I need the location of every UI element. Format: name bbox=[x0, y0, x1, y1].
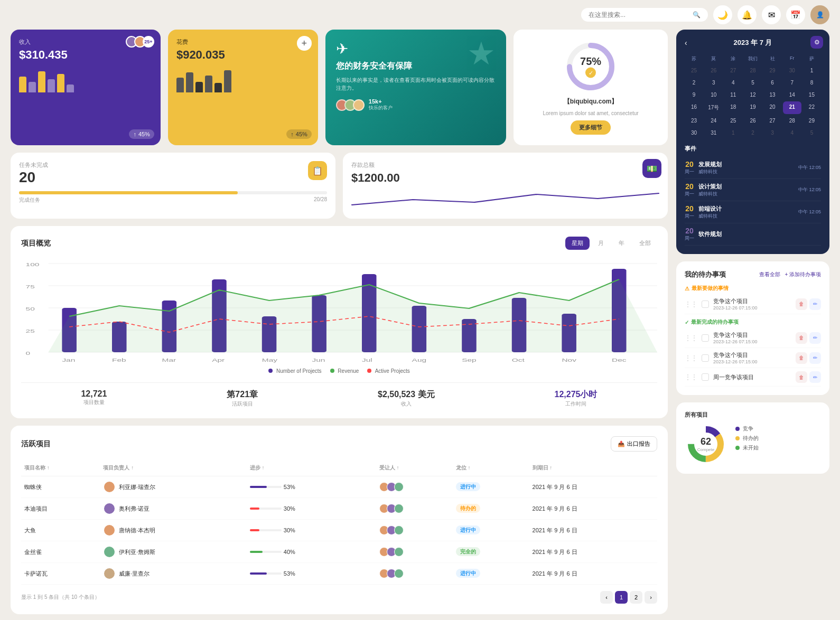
calendar-prev-button[interactable]: ‹ bbox=[685, 39, 687, 47]
cal-day-7[interactable]: 7 bbox=[783, 77, 801, 88]
cal-day-8[interactable]: 8 bbox=[802, 77, 821, 88]
circle-progress-wrap: 75% ✓ bbox=[564, 40, 617, 93]
todo-delete-2[interactable]: 🗑 bbox=[796, 332, 807, 344]
cal-day-18[interactable]: 18 bbox=[724, 101, 742, 114]
row-name: 大鱼 bbox=[21, 520, 100, 541]
cal-day-10[interactable]: 10 bbox=[704, 89, 723, 100]
drag-handle-4[interactable]: ⋮⋮ bbox=[685, 373, 697, 381]
todo-delete-1[interactable]: 🗑 bbox=[796, 298, 807, 310]
cal-day-2[interactable]: 2 bbox=[685, 77, 703, 88]
cal-day-24[interactable]: 24 bbox=[704, 115, 723, 126]
events-label: 事件 bbox=[685, 145, 821, 153]
todo-edit-1[interactable]: ✏ bbox=[809, 298, 821, 310]
user-avatar[interactable]: 👤 bbox=[810, 5, 829, 24]
legend-dot-revenue bbox=[330, 369, 334, 373]
project-chart-area: 100 75 50 25 0 bbox=[21, 258, 657, 364]
tab-year[interactable]: 年 bbox=[612, 237, 631, 250]
cal-day-22[interactable]: 22 bbox=[802, 101, 821, 114]
todo-edit-3[interactable]: ✏ bbox=[809, 352, 821, 364]
cal-day-prev-28[interactable]: 28 bbox=[743, 65, 762, 76]
cal-day-28[interactable]: 28 bbox=[783, 115, 801, 126]
page-1-button[interactable]: 1 bbox=[615, 591, 628, 604]
cal-day-17[interactable]: 17号 bbox=[704, 101, 723, 114]
cal-day-4[interactable]: 4 bbox=[724, 77, 742, 88]
expense-label: 花费 bbox=[176, 38, 310, 46]
progress-bar bbox=[250, 572, 282, 575]
cal-day-next-3[interactable]: 3 bbox=[763, 127, 782, 138]
event-4: 20 周一 软件规划 bbox=[685, 223, 821, 246]
cal-day-13[interactable]: 13 bbox=[763, 89, 782, 100]
todo-actions-3: 🗑 ✏ bbox=[796, 352, 821, 364]
star-decoration: ★ bbox=[467, 35, 496, 72]
cal-day-5[interactable]: 5 bbox=[743, 77, 762, 88]
todo-delete-4[interactable]: 🗑 bbox=[796, 371, 807, 383]
todo-add-link[interactable]: + 添加待办事项 bbox=[785, 271, 821, 278]
cal-day-20[interactable]: 20 bbox=[763, 101, 782, 114]
todo-checkbox-2[interactable] bbox=[702, 334, 709, 342]
circle-details-button[interactable]: 更多细节 bbox=[571, 120, 611, 135]
cal-day-15[interactable]: 15 bbox=[802, 89, 821, 100]
bar-1 bbox=[19, 77, 26, 92]
cal-day-21-today[interactable]: 21 bbox=[783, 101, 801, 114]
cal-day-30[interactable]: 30 bbox=[685, 127, 703, 138]
cal-day-next-1[interactable]: 1 bbox=[724, 127, 742, 138]
tab-week[interactable]: 星期 bbox=[565, 237, 590, 250]
cal-day-prev-26[interactable]: 26 bbox=[704, 65, 723, 76]
calendar-button[interactable]: 📅 bbox=[786, 5, 805, 24]
prev-page-button[interactable]: ‹ bbox=[600, 591, 613, 604]
notification-button[interactable]: 🔔 bbox=[738, 5, 757, 24]
cal-day-prev-25[interactable]: 25 bbox=[685, 65, 703, 76]
cal-day-next-4[interactable]: 4 bbox=[783, 127, 801, 138]
cal-day-next-2[interactable]: 2 bbox=[743, 127, 762, 138]
add-expense-button[interactable]: + bbox=[297, 36, 312, 51]
bar-3 bbox=[38, 71, 45, 92]
cal-day-11[interactable]: 11 bbox=[724, 89, 742, 100]
mail-button[interactable]: ✉ bbox=[762, 5, 781, 24]
todo-delete-3[interactable]: 🗑 bbox=[796, 352, 807, 364]
todo-view-all-link[interactable]: 查看全部 bbox=[759, 271, 780, 278]
cal-day-16[interactable]: 16 bbox=[685, 101, 703, 114]
cal-day-25[interactable]: 25 bbox=[724, 115, 742, 126]
cal-day-1[interactable]: 1 bbox=[802, 65, 821, 76]
todo-checkbox-3[interactable] bbox=[702, 354, 709, 362]
cal-day-31[interactable]: 31 bbox=[704, 127, 723, 138]
svg-text:May: May bbox=[262, 358, 278, 363]
cal-day-prev-27[interactable]: 27 bbox=[724, 65, 742, 76]
cal-day-27[interactable]: 27 bbox=[763, 115, 782, 126]
todo-edit-2[interactable]: ✏ bbox=[809, 332, 821, 344]
cal-day-prev-30[interactable]: 30 bbox=[783, 65, 801, 76]
todo-checkbox-4[interactable] bbox=[702, 373, 709, 381]
todo-content-3: 竞争这个项目 2023-12-26 07:15:00 bbox=[713, 351, 791, 364]
drag-handle-1[interactable]: ⋮⋮ bbox=[685, 300, 697, 308]
export-button[interactable]: 📤 出口报告 bbox=[611, 436, 657, 452]
cal-day-19[interactable]: 19 bbox=[743, 101, 762, 114]
todo-checkbox-1[interactable] bbox=[702, 300, 709, 308]
row-due: 2021 年 9 月 6 日 bbox=[529, 520, 657, 541]
theme-toggle-button[interactable]: 🌙 bbox=[713, 5, 732, 24]
tab-month[interactable]: 月 bbox=[592, 237, 610, 250]
drag-handle-2[interactable]: ⋮⋮ bbox=[685, 334, 697, 342]
tab-all[interactable]: 全部 bbox=[633, 237, 657, 250]
bar-e5 bbox=[214, 83, 222, 92]
cal-day-23[interactable]: 23 bbox=[685, 115, 703, 126]
drag-handle-3[interactable]: ⋮⋮ bbox=[685, 354, 697, 362]
row-name: 金丝雀 bbox=[21, 541, 100, 563]
search-input[interactable] bbox=[589, 11, 688, 18]
event-time-2: 中午 12:05 bbox=[798, 186, 821, 193]
cal-day-12[interactable]: 12 bbox=[743, 89, 762, 100]
cal-day-prev-29[interactable]: 29 bbox=[763, 65, 782, 76]
cal-day-26[interactable]: 26 bbox=[743, 115, 762, 126]
todo-edit-4[interactable]: ✏ bbox=[809, 371, 821, 383]
next-page-button[interactable]: › bbox=[645, 591, 657, 604]
cal-day-next-5[interactable]: 5 bbox=[802, 127, 821, 138]
cal-day-29[interactable]: 29 bbox=[802, 115, 821, 126]
cal-day-9[interactable]: 9 bbox=[685, 89, 703, 100]
svg-text:25: 25 bbox=[26, 328, 35, 334]
cal-day-14[interactable]: 14 bbox=[783, 89, 801, 100]
cal-day-6[interactable]: 6 bbox=[763, 77, 782, 88]
row-owner: 伊利亚·詹姆斯 bbox=[100, 541, 246, 563]
calendar-settings-button[interactable]: ⚙ bbox=[810, 36, 823, 49]
search-box[interactable]: 🔍 bbox=[581, 8, 708, 22]
page-2-button[interactable]: 2 bbox=[630, 591, 642, 604]
cal-day-3[interactable]: 3 bbox=[704, 77, 723, 88]
